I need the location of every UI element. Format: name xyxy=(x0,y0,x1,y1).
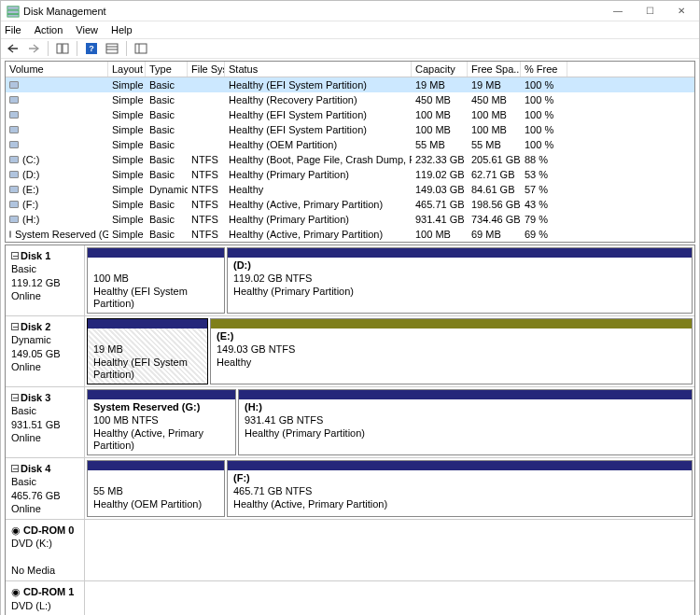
toolbar-separator xyxy=(48,41,49,56)
drive-icon xyxy=(9,171,19,178)
svg-rect-2 xyxy=(7,14,19,17)
table-row[interactable]: (E:)SimpleDynamicNTFSHealthy149.03 GB84.… xyxy=(6,182,694,197)
partition-bar xyxy=(211,319,692,328)
svg-rect-7 xyxy=(106,44,118,53)
drive-icon xyxy=(9,156,19,163)
maximize-button[interactable]: ☐ xyxy=(634,2,665,21)
svg-rect-4 xyxy=(63,44,68,53)
table-row[interactable]: (C:)SimpleBasicNTFSHealthy (Boot, Page F… xyxy=(6,152,694,167)
drive-stack-icon xyxy=(7,5,20,18)
col-filesys[interactable]: File Sys... xyxy=(188,62,225,77)
partition-efi-selected[interactable]: 19 MBHealthy (EFI System Partition) xyxy=(87,318,208,384)
list-view-button[interactable] xyxy=(104,40,120,57)
menu-help[interactable]: Help xyxy=(111,24,133,35)
disk-row-1[interactable]: Disk 1 Basic 119.12 GB Online 100 MBHeal… xyxy=(6,245,694,316)
partition-bar xyxy=(88,319,207,328)
drive-icon xyxy=(9,126,19,133)
svg-text:?: ? xyxy=(89,44,94,53)
svg-rect-10 xyxy=(135,44,147,53)
show-hide-button[interactable] xyxy=(54,40,71,57)
svg-rect-0 xyxy=(7,6,19,9)
details-button[interactable] xyxy=(133,40,149,57)
close-button[interactable]: ✕ xyxy=(665,2,697,21)
drive-icon xyxy=(9,216,19,223)
col-capacity[interactable]: Capacity xyxy=(412,62,468,77)
partition-bar xyxy=(88,390,235,399)
col-freespace[interactable]: Free Spa... xyxy=(468,62,521,77)
collapse-icon[interactable] xyxy=(11,394,19,401)
table-row[interactable]: SimpleBasicHealthy (EFI System Partition… xyxy=(6,77,694,92)
col-volume[interactable]: Volume xyxy=(6,62,108,77)
collapse-icon[interactable] xyxy=(11,323,19,330)
disk-label: Disk 2 Dynamic 149.05 GB Online xyxy=(6,316,85,386)
disk-label: ◉ CD-ROM 0 DVD (K:) No Media xyxy=(6,520,85,580)
partition-system-reserved[interactable]: System Reserved (G:)100 MB NTFSHealthy (… xyxy=(87,389,236,455)
cdrom-row-0[interactable]: ◉ CD-ROM 0 DVD (K:) No Media xyxy=(6,520,694,581)
partition-bar xyxy=(88,248,224,258)
disk-label: ◉ CD-ROM 1 DVD (L:) No Media xyxy=(6,581,85,615)
back-button[interactable] xyxy=(5,40,21,57)
minimize-button[interactable]: — xyxy=(602,2,634,21)
drive-icon xyxy=(9,186,19,193)
volume-list-header: Volume Layout Type File Sys... Status Ca… xyxy=(6,62,694,77)
titlebar[interactable]: Disk Management — ☐ ✕ xyxy=(1,1,699,21)
menu-view[interactable]: View xyxy=(76,24,98,35)
partition-h[interactable]: (H:)931.41 GB NTFSHealthy (Primary Parti… xyxy=(238,389,693,455)
volume-list[interactable]: Volume Layout Type File Sys... Status Ca… xyxy=(5,61,695,243)
table-row[interactable]: SimpleBasicHealthy (EFI System Partition… xyxy=(6,107,694,122)
drive-icon xyxy=(9,96,19,104)
table-row[interactable]: System Reserved (G:)SimpleBasicNTFSHealt… xyxy=(6,227,694,242)
graphical-view[interactable]: Disk 1 Basic 119.12 GB Online 100 MBHeal… xyxy=(5,245,695,615)
svg-rect-3 xyxy=(57,44,62,53)
col-status[interactable]: Status xyxy=(225,62,412,77)
partition-e[interactable]: (E:)149.03 GB NTFSHealthy xyxy=(210,318,693,384)
disk-label: Disk 3 Basic 931.51 GB Online xyxy=(6,387,85,457)
col-type[interactable]: Type xyxy=(146,62,188,77)
volume-list-body: SimpleBasicHealthy (EFI System Partition… xyxy=(6,77,694,242)
cd-icon: ◉ xyxy=(11,524,21,536)
table-row[interactable]: (D:)SimpleBasicNTFSHealthy (Primary Part… xyxy=(6,167,694,182)
disk-label: Disk 4 Basic 465.76 GB Online xyxy=(6,458,85,519)
col-pctfree[interactable]: % Free xyxy=(521,62,567,77)
disk-row-2[interactable]: Disk 2 Dynamic 149.05 GB Online 19 MBHea… xyxy=(6,316,694,387)
drive-icon xyxy=(9,81,19,89)
partition-f[interactable]: (F:)465.71 GB NTFSHealthy (Active, Prima… xyxy=(227,460,693,517)
disk-management-window: Disk Management — ☐ ✕ File Action View H… xyxy=(0,0,700,615)
table-row[interactable]: SimpleBasicHealthy (Recovery Partition)4… xyxy=(6,92,694,107)
drive-icon xyxy=(9,111,19,119)
disk-row-3[interactable]: Disk 3 Basic 931.51 GB Online System Res… xyxy=(6,387,694,458)
disk-label: Disk 1 Basic 119.12 GB Online xyxy=(6,245,85,315)
window-title: Disk Management xyxy=(23,6,602,17)
cdrom-row-1[interactable]: ◉ CD-ROM 1 DVD (L:) No Media xyxy=(6,581,694,615)
col-layout[interactable]: Layout xyxy=(108,62,146,77)
help-button[interactable]: ? xyxy=(83,40,100,57)
partition-bar xyxy=(239,390,692,399)
menu-file[interactable]: File xyxy=(5,24,21,35)
partition-bar xyxy=(88,461,224,470)
menu-action[interactable]: Action xyxy=(35,24,63,35)
cd-icon: ◉ xyxy=(11,586,21,597)
table-row[interactable]: SimpleBasicHealthy (OEM Partition)55 MB5… xyxy=(6,137,694,152)
table-row[interactable]: (H:)SimpleBasicNTFSHealthy (Primary Part… xyxy=(6,212,694,227)
table-row[interactable]: (F:)SimpleBasicNTFSHealthy (Active, Prim… xyxy=(6,197,694,212)
toolbar-separator xyxy=(77,41,77,56)
partition-oem[interactable]: 55 MBHealthy (OEM Partition) xyxy=(87,460,225,517)
drive-icon xyxy=(9,201,19,208)
toolbar-separator xyxy=(126,41,127,56)
table-row[interactable]: SimpleBasicHealthy (EFI System Partition… xyxy=(6,122,694,137)
collapse-icon[interactable] xyxy=(11,465,19,472)
collapse-icon[interactable] xyxy=(11,252,19,259)
menubar: File Action View Help xyxy=(1,21,699,38)
partition-efi[interactable]: 100 MBHealthy (EFI System Partition) xyxy=(87,247,225,314)
drive-icon xyxy=(9,141,19,148)
disk-row-4[interactable]: Disk 4 Basic 465.76 GB Online 55 MBHealt… xyxy=(6,458,694,520)
partition-d[interactable]: (D:)119.02 GB NTFSHealthy (Primary Parti… xyxy=(227,247,693,314)
svg-rect-1 xyxy=(7,10,19,14)
partition-bar xyxy=(228,461,692,470)
toolbar: ? xyxy=(1,38,699,59)
partition-bar xyxy=(228,248,692,258)
drive-icon xyxy=(9,231,11,238)
forward-button[interactable] xyxy=(25,40,42,57)
